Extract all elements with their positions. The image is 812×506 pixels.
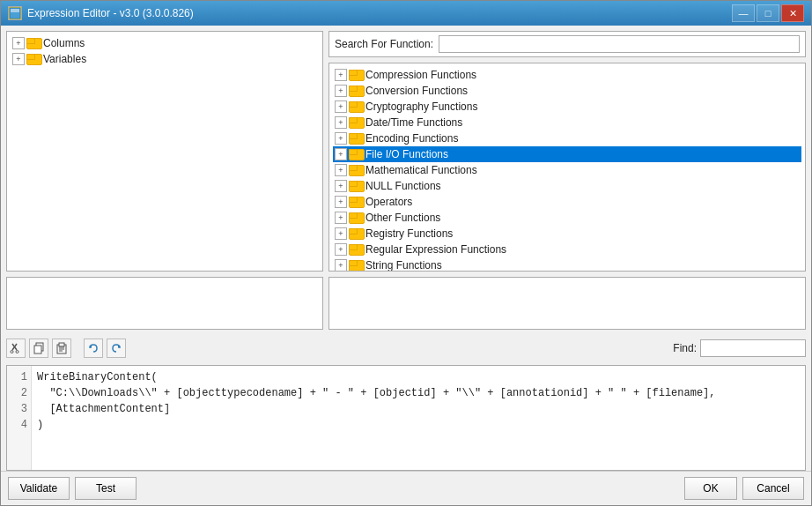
category-folder-icon	[349, 212, 363, 224]
svg-rect-1	[11, 9, 19, 12]
cut-button[interactable]	[6, 339, 26, 358]
search-label: Search For Function:	[335, 38, 433, 50]
category-folder-icon	[349, 101, 363, 113]
validate-button[interactable]: Validate	[8, 477, 70, 500]
category-label: Date/Time Functions	[365, 116, 462, 129]
category-folder-icon	[349, 181, 363, 192]
category-label: Operators	[365, 196, 412, 208]
copy-button[interactable]	[29, 339, 48, 358]
category-label: File I/O Functions	[365, 148, 448, 160]
bottom-right-buttons: OK Cancel	[684, 477, 804, 500]
bottom-bar: Validate Test OK Cancel	[1, 471, 811, 505]
editor-section: Find: 1234 WriteBinaryContent( "C:\\Down…	[1, 335, 811, 471]
category-folder-icon	[349, 70, 363, 81]
function-category-item[interactable]: +NULL Functions	[333, 178, 801, 194]
category-label: Mathematical Functions	[365, 164, 477, 176]
function-category-item[interactable]: +File I/O Functions	[333, 146, 801, 162]
category-expander[interactable]: +	[335, 85, 347, 97]
category-folder-icon	[349, 244, 363, 256]
title-bar-left: Expression Editor - v3.0 (3.0.0.826)	[8, 6, 194, 20]
category-expander[interactable]: +	[335, 132, 347, 145]
variables-folder-icon	[26, 54, 41, 65]
left-tree-panel: + Columns + Variables	[6, 31, 323, 272]
category-folder-icon	[349, 260, 363, 272]
code-content[interactable]: WriteBinaryContent( "C:\\Downloads\\" + …	[32, 366, 805, 470]
function-list-panel: +Compression Functions+Conversion Functi…	[328, 63, 806, 272]
category-folder-icon	[349, 133, 363, 145]
category-expander[interactable]: +	[335, 259, 347, 272]
category-expander[interactable]: +	[335, 227, 347, 240]
window-icon	[8, 6, 22, 20]
main-window: Expression Editor - v3.0 (3.0.0.826) — □…	[0, 0, 812, 506]
function-category-item[interactable]: +Mathematical Functions	[333, 162, 801, 178]
function-category-item[interactable]: +Compression Functions	[333, 67, 801, 83]
ok-button[interactable]: OK	[684, 477, 737, 500]
columns-folder-icon	[26, 38, 41, 49]
code-editor: 1234 WriteBinaryContent( "C:\\Downloads\…	[6, 365, 806, 471]
category-label: Conversion Functions	[365, 85, 468, 97]
tree-item-columns[interactable]: + Columns	[11, 35, 319, 51]
maximize-button[interactable]: □	[757, 4, 779, 22]
cancel-button[interactable]: Cancel	[742, 477, 804, 500]
function-category-item[interactable]: +Date/Time Functions	[333, 115, 801, 130]
search-input[interactable]	[439, 35, 800, 53]
category-folder-icon	[349, 149, 363, 160]
redo-button[interactable]	[107, 339, 126, 358]
function-category-item[interactable]: +Cryptography Functions	[333, 99, 801, 115]
tree-item-variables[interactable]: + Variables	[11, 51, 319, 67]
line-numbers: 1234	[7, 366, 32, 470]
find-input[interactable]	[700, 339, 806, 357]
category-expander[interactable]: +	[335, 196, 347, 208]
function-category-item[interactable]: +Registry Functions	[333, 226, 801, 242]
window-title: Expression Editor - v3.0 (3.0.0.826)	[27, 7, 194, 19]
close-button[interactable]: ✕	[781, 4, 804, 22]
function-category-item[interactable]: +Operators	[333, 194, 801, 210]
bottom-left-buttons: Validate Test	[8, 477, 137, 500]
category-folder-icon	[349, 86, 363, 97]
category-expander[interactable]: +	[335, 180, 347, 192]
right-panel: Search For Function: +Compression Functi…	[328, 31, 806, 330]
left-panel: + Columns + Variables	[6, 31, 323, 330]
title-controls: — □ ✕	[732, 4, 804, 22]
category-label: Other Functions	[365, 212, 440, 224]
category-expander[interactable]: +	[335, 243, 347, 256]
category-expander[interactable]: +	[335, 164, 347, 176]
variables-label: Variables	[43, 53, 86, 65]
category-expander[interactable]: +	[335, 100, 347, 113]
columns-expander[interactable]: +	[12, 37, 25, 49]
undo-button[interactable]	[84, 339, 103, 358]
category-folder-icon	[349, 228, 363, 240]
category-expander[interactable]: +	[335, 69, 347, 81]
svg-point-5	[16, 351, 18, 353]
left-description-panel	[6, 277, 323, 330]
function-category-item[interactable]: +Encoding Functions	[333, 130, 801, 146]
paste-button[interactable]	[52, 339, 71, 358]
category-label: Cryptography Functions	[365, 100, 477, 113]
right-description-panel	[328, 277, 806, 330]
category-label: Encoding Functions	[365, 132, 458, 145]
svg-point-4	[11, 351, 13, 353]
svg-rect-9	[59, 343, 64, 346]
editor-toolbar: Find:	[6, 335, 806, 361]
category-label: Registry Functions	[365, 227, 453, 240]
svg-rect-7	[34, 346, 41, 353]
category-expander[interactable]: +	[335, 212, 347, 224]
category-label: Compression Functions	[365, 69, 476, 81]
variables-expander[interactable]: +	[12, 53, 25, 65]
test-button[interactable]: Test	[75, 477, 137, 500]
category-folder-icon	[349, 117, 363, 129]
category-label: NULL Functions	[365, 180, 441, 192]
category-expander[interactable]: +	[335, 116, 347, 129]
function-category-item[interactable]: +Conversion Functions	[333, 83, 801, 99]
function-category-item[interactable]: +Regular Expression Functions	[333, 242, 801, 257]
main-content: + Columns + Variables Search For Functio…	[1, 26, 811, 335]
function-category-item[interactable]: +Other Functions	[333, 210, 801, 226]
columns-label: Columns	[43, 37, 85, 49]
title-bar: Expression Editor - v3.0 (3.0.0.826) — □…	[1, 1, 811, 26]
find-label: Find:	[673, 342, 697, 354]
category-folder-icon	[349, 197, 363, 208]
category-label: Regular Expression Functions	[365, 243, 506, 256]
function-category-item[interactable]: +String Functions	[333, 257, 801, 272]
category-expander[interactable]: +	[335, 148, 347, 160]
minimize-button[interactable]: —	[732, 4, 755, 22]
